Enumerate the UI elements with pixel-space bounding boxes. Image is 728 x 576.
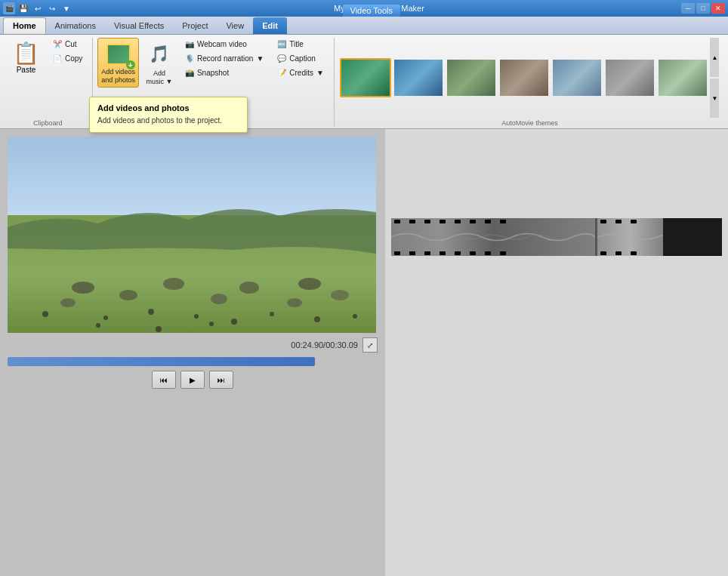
cut-copy-col: ✂️ Cut 📄 Copy [48,38,88,65]
svg-point-14 [270,312,274,316]
svg-point-3 [163,278,184,290]
tab-project[interactable]: Project [173,17,217,34]
film-holes-bottom-1 [391,250,595,256]
svg-point-15 [314,316,320,322]
clipboard-label: Clipboard [8,119,88,127]
credits-button[interactable]: 📝 Credits ▼ [272,66,329,79]
theme-6[interactable] [604,58,656,97]
snapshot-button[interactable]: 📸 Snapshot [180,66,269,79]
svg-point-13 [231,319,237,325]
record-label: Record narration [197,54,253,63]
tooltip: Add videos and photos Add videos and pho… [89,97,248,133]
svg-point-10 [103,316,108,320]
svg-point-5 [239,282,259,294]
title-icon: 🔤 [277,40,286,48]
scroll-arrows: ▲ ▼ [710,38,719,118]
scroll-down[interactable]: ▼ [710,79,719,118]
timeline-clip-2[interactable] [595,218,663,256]
birds-svg [8,137,376,333]
theme-2[interactable] [393,58,444,97]
ribbon-tabs: Home Animations Visual Effects Project V… [0,17,728,35]
minimize-button[interactable]: ─ [681,3,695,14]
title-bar: 🎬 💾 ↩ ↪ ▼ My Movie - Movie Maker Video T… [0,0,728,17]
record-dropdown: ▼ [256,54,264,63]
svg-point-1 [119,290,137,300]
credits-icon: 📝 [277,69,286,77]
copy-icon: 📄 [53,54,62,63]
add-videos-icon: + [103,41,134,68]
add-music-label: Addmusic ▼ [146,69,172,86]
film-holes-bottom-2 [597,250,663,256]
title-bar-icons: 🎬 💾 ↩ ↪ ▼ [3,2,72,14]
theme-3[interactable] [446,58,497,97]
video-preview [8,137,376,333]
video-panel: 00:24.90/00:30.09 ⤢ ⏮ ▶ ⏭ [0,129,385,576]
snapshot-icon: 📸 [185,69,194,77]
app-icon: 🎬 [3,2,15,14]
quick-redo[interactable]: ↪ [46,2,58,14]
theme-4[interactable] [498,58,550,97]
scroll-up[interactable]: ▲ [710,38,719,77]
theme-7[interactable] [657,58,708,97]
title-label: Title [289,40,304,48]
add-videos-button[interactable]: + Add videosand photos [97,38,139,88]
tooltip-description: Add videos and photos to the project. [97,116,239,126]
svg-point-0 [72,282,94,294]
timeline-clip-1[interactable] [391,218,595,256]
main-area: 00:24.90/00:30.09 ⤢ ⏮ ▶ ⏭ [0,129,728,576]
svg-point-19 [209,322,214,326]
webcam-icon: 📷 [185,40,194,48]
tab-view[interactable]: View [217,17,253,34]
quick-save[interactable]: 💾 [17,2,29,14]
timeline-strip [391,218,722,256]
svg-point-9 [42,311,48,317]
video-tools-badge: Video Tools [343,5,400,17]
theme-5[interactable] [551,58,603,97]
paste-button[interactable]: 📋 Paste [8,38,45,77]
tab-visual-effects[interactable]: Visual Effects [105,17,173,34]
close-button[interactable]: ✕ [711,3,725,14]
caption-label: Caption [289,54,315,63]
play-button[interactable]: ▶ [180,371,205,389]
add-music-button[interactable]: 🎵 Addmusic ▼ [142,38,177,89]
copy-button[interactable]: 📄 Copy [48,52,88,65]
waveform-2 [597,224,663,250]
film-holes-top-2 [597,218,663,224]
webcam-label: Webcam video [197,40,247,48]
progress-thumb[interactable] [307,357,315,366]
caption-button[interactable]: 💬 Caption [272,52,329,65]
cut-button[interactable]: ✂️ Cut [48,38,88,51]
caption-icon: 💬 [277,54,286,63]
svg-point-2 [60,298,76,307]
add-videos-label: Add videosand photos [101,68,135,85]
credits-label: Credits [289,69,313,77]
quick-undo[interactable]: ↩ [32,2,44,14]
film-holes-top-1 [391,218,595,224]
progress-bar[interactable] [8,357,378,366]
record-narration-button[interactable]: 🎙️ Record narration ▼ [180,52,269,65]
automovie-group: ▲ ▼ AutoMovie themes [335,38,725,127]
copy-label: Copy [65,54,82,63]
clipboard-group: 📋 Paste ✂️ Cut 📄 Copy Clipboard [3,38,93,127]
expand-button[interactable]: ⤢ [362,337,378,353]
clipboard-group-content: 📋 Paste ✂️ Cut 📄 Copy [8,38,88,118]
tab-home[interactable]: Home [3,17,46,34]
quick-dropdown[interactable]: ▼ [60,2,72,14]
maximize-button[interactable]: □ [696,3,710,14]
automovie-content: ▲ ▼ [340,38,719,118]
svg-point-18 [156,326,162,332]
tab-edit[interactable]: Edit [253,17,287,34]
tab-animations[interactable]: Animations [46,17,105,34]
svg-point-12 [194,314,199,319]
forward-button[interactable]: ⏭ [209,371,233,389]
rewind-button[interactable]: ⏮ [152,371,176,389]
svg-point-17 [96,323,100,328]
tooltip-title: Add videos and photos [97,103,239,112]
cut-icon: ✂️ [53,40,62,48]
credits-dropdown: ▼ [316,69,324,77]
record-icon: 🎙️ [185,54,194,63]
title-button[interactable]: 🔤 Title [272,38,329,51]
theme-1[interactable] [340,58,391,97]
window-controls: ─ □ ✕ [681,3,725,14]
webcam-button[interactable]: 📷 Webcam video [180,38,269,51]
